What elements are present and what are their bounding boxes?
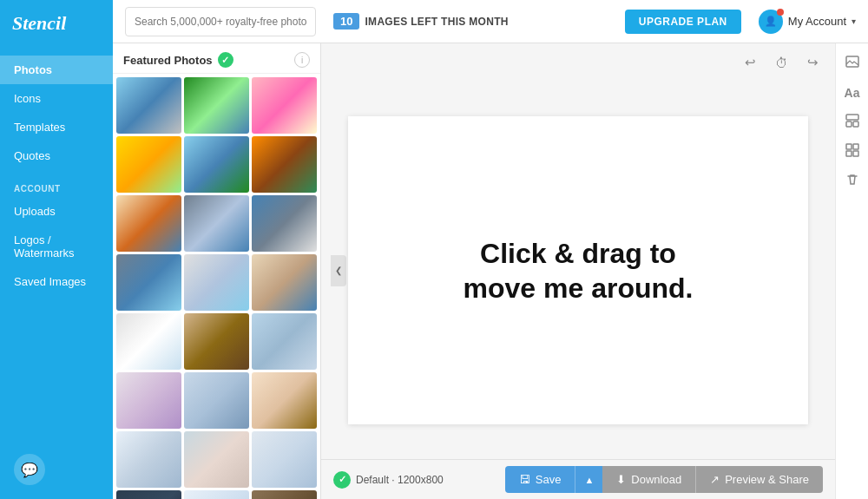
account-section-label: ACCOUNT <box>0 170 113 197</box>
photo-thumb[interactable] <box>116 372 181 429</box>
topbar: 10 IMAGES LEFT THIS MONTH UPGRADE PLAN 👤… <box>113 0 868 43</box>
canvas-area: ↩ ⏱ ↪ ❮ Click & drag to move me around. … <box>321 43 835 499</box>
upgrade-button[interactable]: UPGRADE PLAN <box>625 10 741 34</box>
photo-thumb[interactable] <box>184 431 249 488</box>
photo-row <box>116 313 317 370</box>
photo-thumb[interactable] <box>252 372 317 429</box>
download-button[interactable]: ⬇ Download <box>602 466 695 493</box>
image-tool-icon <box>845 55 859 72</box>
logo-area: Stencil <box>0 0 113 47</box>
canvas[interactable]: Click & drag to move me around. <box>348 116 808 424</box>
sidebar-item-templates[interactable]: Templates <box>0 113 113 141</box>
image-tool-button[interactable] <box>839 50 865 76</box>
sidebar-nav: Photos Icons Templates Quotes ACCOUNT Up… <box>0 56 113 296</box>
photo-thumb[interactable] <box>184 195 249 252</box>
account-menu[interactable]: 👤 My Account ▾ <box>759 10 856 34</box>
bottom-bar: ✓ Default · 1200x800 🖫 Save ▲ ⬇ Download <box>321 459 835 499</box>
photo-thumb[interactable] <box>252 254 317 311</box>
photo-grid <box>113 74 320 499</box>
save-icon: 🖫 <box>519 473 530 486</box>
notification-dot <box>777 9 784 16</box>
photo-thumb[interactable] <box>252 431 317 488</box>
photo-thumb[interactable] <box>252 195 317 252</box>
sidebar-item-uploads[interactable]: Uploads <box>0 197 113 226</box>
avatar-icon: 👤 <box>765 16 777 27</box>
layout-tool-icon <box>845 114 859 131</box>
photo-thumb[interactable] <box>116 254 181 311</box>
svg-rect-2 <box>846 121 852 127</box>
grid-tool-icon <box>845 143 859 161</box>
images-left-count: 10 <box>333 13 359 30</box>
grid-tool-button[interactable] <box>839 139 865 165</box>
save-button[interactable]: 🖫 Save <box>505 466 575 493</box>
canvas-text: Click & drag to move me around. <box>464 236 694 305</box>
photo-thumb[interactable] <box>252 313 317 370</box>
images-left-badge: 10 IMAGES LEFT THIS MONTH <box>333 13 509 30</box>
photo-thumb[interactable] <box>252 77 317 134</box>
app-logo: Stencil <box>12 12 66 35</box>
canvas-wrapper: ❮ Click & drag to move me around. <box>332 82 825 459</box>
sidebar-item-icons[interactable]: Icons <box>0 84 113 113</box>
search-input[interactable] <box>125 7 316 36</box>
text-tool-icon: Aa <box>845 86 860 100</box>
photo-thumb[interactable] <box>184 254 249 311</box>
photo-thumb[interactable] <box>184 372 249 429</box>
photo-thumb[interactable] <box>252 490 317 499</box>
sidebar: Stencil Photos Icons Templates Quotes AC… <box>0 0 113 499</box>
bottom-action-buttons: 🖫 Save ▲ ⬇ Download ↗ Preview & Share <box>505 466 823 493</box>
photo-thumb[interactable] <box>184 77 249 134</box>
content-area: Featured Photos ✓ i <box>113 43 868 499</box>
svg-rect-5 <box>853 144 858 149</box>
svg-rect-7 <box>853 151 858 156</box>
photo-thumb[interactable] <box>116 431 181 488</box>
photo-row <box>116 490 317 499</box>
green-circle-icon: ✓ <box>218 52 233 68</box>
right-tools-panel: Aa <box>835 43 868 499</box>
photo-panel: Featured Photos ✓ i <box>113 43 321 499</box>
redo-button[interactable]: ↪ <box>800 50 825 75</box>
text-tool-button[interactable]: Aa <box>839 80 865 106</box>
photo-thumb[interactable] <box>116 195 181 252</box>
format-badge: ✓ Default · 1200x800 <box>333 471 444 489</box>
layout-tool-button[interactable] <box>839 109 865 135</box>
featured-photos-label: Featured Photos <box>123 54 213 67</box>
account-label: My Account <box>788 15 846 28</box>
photo-thumb[interactable] <box>184 490 249 499</box>
sidebar-item-logos-watermarks[interactable]: Logos / Watermarks <box>0 226 113 267</box>
format-green-icon: ✓ <box>333 471 351 489</box>
chat-button[interactable]: 💬 <box>14 454 45 485</box>
preview-share-button[interactable]: ↗ Preview & Share <box>695 466 823 493</box>
delete-tool-button[interactable] <box>839 168 865 194</box>
undo-button[interactable]: ↩ <box>738 50 762 75</box>
sidebar-item-quotes[interactable]: Quotes <box>0 141 113 170</box>
save-dropdown-button[interactable]: ▲ <box>575 466 602 493</box>
share-icon: ↗ <box>710 473 720 486</box>
svg-rect-4 <box>846 144 852 149</box>
trash-icon <box>845 173 859 190</box>
photo-thumb[interactable] <box>184 136 249 193</box>
sidebar-item-saved-images[interactable]: Saved Images <box>0 267 113 296</box>
chevron-down-icon: ▾ <box>852 16 856 26</box>
avatar: 👤 <box>759 10 783 34</box>
photo-row <box>116 431 317 488</box>
photo-thumb[interactable] <box>116 490 181 499</box>
photo-thumb[interactable] <box>116 77 181 134</box>
images-left-label: IMAGES LEFT THIS MONTH <box>365 16 508 28</box>
main-area: 10 IMAGES LEFT THIS MONTH UPGRADE PLAN 👤… <box>113 0 868 499</box>
svg-rect-1 <box>846 115 858 120</box>
info-icon[interactable]: i <box>294 52 310 68</box>
photo-row <box>116 254 317 311</box>
photo-row <box>116 136 317 193</box>
photo-row <box>116 195 317 252</box>
photo-thumb[interactable] <box>116 313 181 370</box>
photo-panel-header: Featured Photos ✓ i <box>113 43 320 74</box>
timer-button[interactable]: ⏱ <box>769 50 793 75</box>
collapse-panel-button[interactable]: ❮ <box>331 255 346 286</box>
photo-thumb[interactable] <box>184 313 249 370</box>
sidebar-bottom: 💬 <box>0 440 113 499</box>
photo-thumb[interactable] <box>252 136 317 193</box>
canvas-toolbar: ↩ ⏱ ↪ <box>321 43 835 82</box>
sidebar-item-photos[interactable]: Photos <box>0 56 113 84</box>
photo-row <box>116 372 317 429</box>
photo-thumb[interactable] <box>116 136 181 193</box>
